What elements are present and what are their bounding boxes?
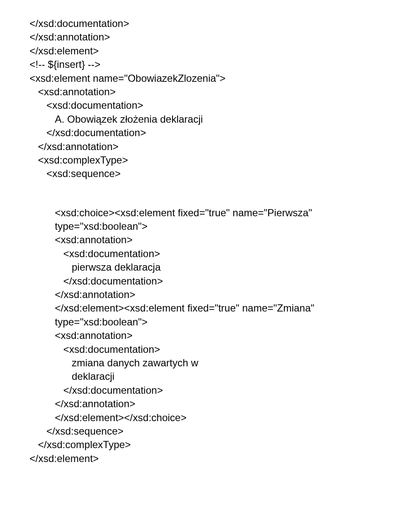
code-line: zmiana danych zawartych w: [30, 356, 375, 370]
code-line: </xsd:element><xsd:element fixed="true" …: [30, 301, 375, 329]
code-line: </xsd:sequence>: [30, 425, 375, 438]
code-line: </xsd:annotation>: [30, 140, 375, 153]
code-line: </xsd:documentation>: [30, 17, 375, 30]
code-line: </xsd:annotation>: [30, 288, 375, 301]
code-block-1: </xsd:documentation></xsd:annotation></x…: [30, 17, 375, 181]
code-line: <xsd:documentation>: [30, 343, 375, 356]
code-line: </xsd:complexType>: [30, 438, 375, 451]
code-line: <xsd:annotation>: [30, 329, 375, 342]
code-line: </xsd:documentation>: [30, 274, 375, 288]
code-line: <xsd:annotation>: [30, 85, 375, 99]
code-line: <xsd:documentation>: [30, 99, 375, 112]
code-line: </xsd:element></xsd:choice>: [30, 411, 375, 425]
code-line: </xsd:documentation>: [30, 126, 375, 140]
code-line: <xsd:complexType>: [30, 153, 375, 167]
code-line: pierwsza deklaracja: [30, 261, 375, 274]
code-line: </xsd:documentation>: [30, 384, 375, 397]
code-line: </xsd:element>: [30, 452, 375, 465]
spacer: [30, 181, 375, 206]
code-line: <xsd:annotation>: [30, 233, 375, 247]
code-line: </xsd:annotation>: [30, 397, 375, 411]
code-line: A. Obowiązek złożenia deklaracji: [30, 113, 375, 126]
code-line: </xsd:annotation>: [30, 30, 375, 44]
spacer-large: [30, 465, 375, 532]
code-line: <xsd:documentation>: [30, 247, 375, 261]
code-line: <xsd:sequence>: [30, 167, 375, 180]
code-line: </xsd:element>: [30, 44, 375, 58]
code-line: <xsd:element name="ObowiazekZlozenia">: [30, 72, 375, 85]
code-line: <!-- ${insert} -->: [30, 58, 375, 71]
code-line: deklaracji: [30, 370, 375, 383]
code-line: <xsd:choice><xsd:element fixed="true" na…: [30, 206, 375, 234]
code-block-2: <xsd:choice><xsd:element fixed="true" na…: [30, 206, 375, 465]
